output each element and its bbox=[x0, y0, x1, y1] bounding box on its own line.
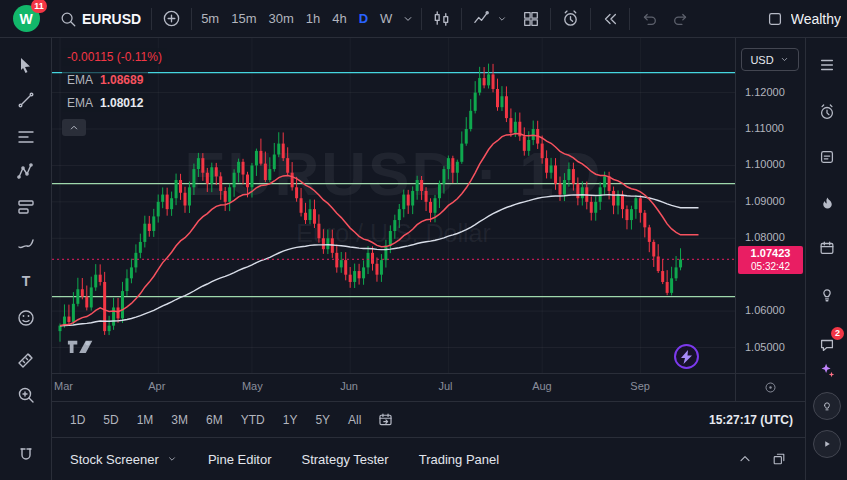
restore-panel-icon[interactable] bbox=[771, 451, 787, 467]
currency-selector[interactable]: USD bbox=[741, 48, 799, 71]
timeframe-15m[interactable]: 15m bbox=[225, 5, 262, 33]
chevron-down-icon bbox=[401, 12, 415, 26]
indicator-row-ema-fast[interactable]: EMA 1.08689 bbox=[62, 71, 148, 89]
trend-line-tool[interactable] bbox=[12, 86, 40, 114]
media-play-button[interactable] bbox=[813, 430, 841, 458]
strategy-tester-tab[interactable]: Strategy Tester bbox=[301, 452, 388, 467]
price-axis[interactable]: USD 1.07423 05:32:42 1.120001.110001.100… bbox=[735, 38, 805, 373]
brush-tool[interactable] bbox=[12, 229, 40, 257]
undo-button[interactable] bbox=[633, 5, 665, 33]
currency-label: USD bbox=[750, 54, 773, 66]
price-axis-label: 1.09000 bbox=[745, 195, 785, 207]
axis-corner[interactable] bbox=[735, 374, 805, 401]
indicators-icon bbox=[472, 9, 491, 28]
measure-ruler-tool[interactable] bbox=[12, 346, 40, 374]
timeframe-menu-button[interactable] bbox=[398, 5, 418, 33]
utc-clock[interactable]: 15:27:17 (UTC) bbox=[709, 413, 795, 427]
ai-sparkle-icon[interactable] bbox=[814, 357, 840, 383]
plot-row: EURUSD · 1D Euro / U.S. Dollar -0.00115 … bbox=[52, 38, 805, 373]
time-axis-month-label: May bbox=[242, 380, 263, 392]
range-1y[interactable]: 1Y bbox=[275, 409, 306, 431]
drawing-toolbar: T bbox=[0, 38, 52, 480]
trading-app: W 11 EURUSD 5m 15m 30m 1h 4h D W bbox=[0, 0, 847, 480]
pine-editor-tab[interactable]: Pine Editor bbox=[208, 452, 272, 467]
magnet-mode-icon[interactable] bbox=[12, 441, 40, 469]
time-axis-month-label: Jun bbox=[340, 380, 358, 392]
price-axis-label: 1.06000 bbox=[745, 304, 785, 316]
bottom-panel-bar: Stock Screener Pine Editor Strategy Test… bbox=[52, 437, 805, 480]
chevron-down-icon bbox=[779, 54, 790, 65]
timeframe-1h[interactable]: 1h bbox=[300, 5, 326, 33]
replay-button[interactable] bbox=[594, 5, 626, 33]
top-toolbar: W 11 EURUSD 5m 15m 30m 1h 4h D W bbox=[0, 0, 847, 38]
symbol-name: EURUSD bbox=[82, 11, 141, 27]
timeframe-5m[interactable]: 5m bbox=[195, 5, 225, 33]
time-axis-month-label: Mar bbox=[54, 380, 73, 392]
price-axis-label: 1.05000 bbox=[745, 341, 785, 353]
notification-badge: 11 bbox=[31, 0, 47, 13]
watchlist-icon[interactable] bbox=[814, 52, 840, 78]
indicators-button[interactable] bbox=[465, 5, 515, 33]
tips-bulb-button[interactable] bbox=[813, 392, 841, 420]
stock-screener-tab[interactable]: Stock Screener bbox=[70, 452, 178, 467]
legend-collapse-button[interactable] bbox=[62, 119, 86, 136]
chart-column: EURUSD · 1D Euro / U.S. Dollar -0.00115 … bbox=[52, 38, 805, 480]
chart-canvas[interactable]: EURUSD · 1D Euro / U.S. Dollar -0.00115 … bbox=[52, 38, 735, 373]
divider bbox=[151, 8, 152, 30]
chat-icon[interactable]: 2 bbox=[814, 332, 840, 358]
app-logo[interactable]: W 11 bbox=[0, 5, 52, 32]
account-name[interactable]: Wealthy bbox=[791, 11, 841, 27]
alerts-icon[interactable] bbox=[814, 99, 840, 125]
range-1d[interactable]: 1D bbox=[62, 409, 93, 431]
tab-label: Trading Panel bbox=[419, 452, 499, 467]
layout-grid-button[interactable] bbox=[515, 5, 547, 33]
price-change-text: -0.00115 (-0.11%) bbox=[62, 48, 167, 66]
timeframe-4h[interactable]: 4h bbox=[326, 5, 352, 33]
fullscreen-button[interactable] bbox=[759, 5, 791, 33]
timeframe-1d[interactable]: D bbox=[353, 5, 374, 33]
svg-text:T: T bbox=[22, 273, 31, 289]
range-5d[interactable]: 5D bbox=[95, 409, 126, 431]
symbol-search-button[interactable]: EURUSD bbox=[52, 5, 148, 33]
collapse-panel-icon[interactable] bbox=[737, 451, 753, 467]
range-all[interactable]: All bbox=[340, 409, 369, 431]
trading-panel-tab[interactable]: Trading Panel bbox=[419, 452, 499, 467]
range-3m[interactable]: 3M bbox=[163, 409, 196, 431]
tradingview-logo[interactable] bbox=[66, 336, 98, 359]
panel-controls bbox=[737, 451, 787, 467]
text-tool[interactable]: T bbox=[12, 267, 40, 295]
zoom-tool[interactable] bbox=[12, 381, 40, 409]
range-6m[interactable]: 6M bbox=[198, 409, 231, 431]
redo-button[interactable] bbox=[665, 5, 697, 33]
search-icon bbox=[59, 10, 77, 28]
fib-retracement-tool[interactable] bbox=[12, 123, 40, 151]
xabcd-pattern-tool[interactable] bbox=[12, 158, 40, 186]
range-toolbar: 1D 5D 1M 3M 6M YTD 1Y 5Y All 15:27:17 (U… bbox=[52, 401, 805, 437]
cursor-tool[interactable] bbox=[12, 51, 40, 79]
ideas-lightbulb-icon[interactable] bbox=[814, 281, 840, 307]
emoji-tool[interactable] bbox=[12, 304, 40, 332]
tab-label: Pine Editor bbox=[208, 452, 272, 467]
divider bbox=[550, 8, 551, 30]
indicator-label: EMA bbox=[67, 96, 93, 110]
range-1m[interactable]: 1M bbox=[129, 409, 162, 431]
range-ytd[interactable]: YTD bbox=[233, 409, 273, 431]
calendar-icon[interactable] bbox=[814, 235, 840, 261]
timeframe-1w[interactable]: W bbox=[374, 5, 398, 33]
go-to-date-icon[interactable] bbox=[377, 411, 394, 428]
compare-button[interactable] bbox=[155, 5, 188, 33]
forecast-tools-icon[interactable] bbox=[12, 193, 40, 221]
chart-type-button[interactable] bbox=[425, 5, 458, 33]
divider bbox=[590, 8, 591, 30]
data-window-icon[interactable] bbox=[814, 144, 840, 170]
hotlists-flame-icon[interactable] bbox=[814, 190, 840, 216]
boost-button[interactable] bbox=[674, 344, 699, 369]
range-5y[interactable]: 5Y bbox=[307, 409, 338, 431]
timeframe-30m[interactable]: 30m bbox=[262, 5, 299, 33]
divider bbox=[629, 8, 630, 30]
alert-button[interactable] bbox=[554, 5, 587, 33]
indicator-row-ema-slow[interactable]: EMA 1.08012 bbox=[62, 94, 148, 112]
time-axis[interactable]: MarAprMayJunJulAugSep bbox=[52, 374, 735, 401]
time-axis-row: MarAprMayJunJulAugSep bbox=[52, 373, 805, 401]
replay-rewind-icon bbox=[601, 10, 619, 28]
